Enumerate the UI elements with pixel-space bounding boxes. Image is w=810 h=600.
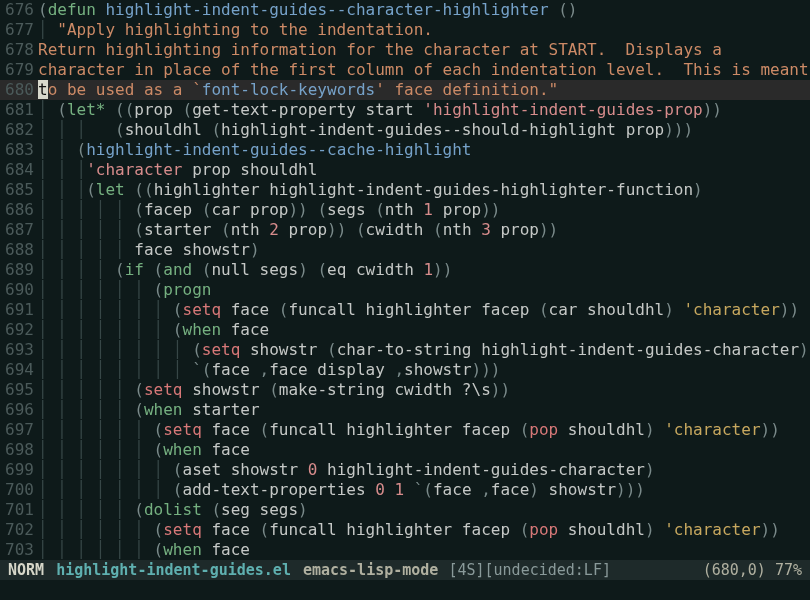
mode-buffer-name[interactable]: highlight-indent-guides.el: [56, 560, 291, 580]
token-indent: │ │ │ │ │ │: [38, 420, 154, 439]
line-content[interactable]: to be used as a `font-lock-keywords' fac…: [38, 80, 810, 100]
line-content[interactable]: │ │ │ │ │ (facep (car prop)) (segs (nth …: [38, 200, 810, 220]
token-p: (: [221, 220, 231, 239]
code-line[interactable]: 677│ "Apply highlighting to the indentat…: [0, 20, 810, 40]
line-content[interactable]: │ │ │ │ │ (when starter: [38, 400, 810, 420]
line-content[interactable]: │ │ │ │ │ │ │ (aset showstr 0 highlight-…: [38, 460, 810, 480]
token-kw: when: [144, 400, 183, 419]
code-line[interactable]: 701│ │ │ │ │ (dolist (seg segs): [0, 500, 810, 520]
token-p: ): [250, 240, 260, 259]
code-line[interactable]: 703│ │ │ │ │ │ (when face: [0, 540, 810, 560]
token-var: prop: [491, 220, 539, 239]
line-content[interactable]: │ │ │ │ │ │ │ │ `(face ,face display ,sh…: [38, 360, 810, 380]
line-content[interactable]: Return highlighting information for the …: [38, 40, 810, 60]
token-var: highlighter highlight-indent-guides-high…: [154, 180, 693, 199]
code-line[interactable]: 688│ │ │ │ │ face showstr): [0, 240, 810, 260]
token-kw: and: [163, 260, 192, 279]
token-num: 2: [269, 220, 279, 239]
code-line[interactable]: 700│ │ │ │ │ │ │ (add-text-properties 0 …: [0, 480, 810, 500]
line-content[interactable]: │ │ │'character prop shouldhl: [38, 160, 810, 180]
token-p: )): [327, 220, 346, 239]
line-content[interactable]: │ │ │ │ │ │ (when face: [38, 540, 810, 560]
code-area[interactable]: 676(defun highlight-indent-guides--chara…: [0, 0, 810, 560]
line-content[interactable]: │ │ │ │ (if (and (null segs) (eq cwidth …: [38, 260, 810, 280]
token-var: prop shouldhl: [183, 160, 318, 179]
token-var: [125, 180, 135, 199]
line-content[interactable]: character in place of the first column o…: [38, 60, 810, 80]
token-p: ): [664, 300, 674, 319]
code-line[interactable]: 690│ │ │ │ │ │ (progn: [0, 280, 810, 300]
token-var: face: [433, 480, 481, 499]
token-kw: when: [163, 440, 202, 459]
token-var: face: [202, 420, 260, 439]
token-p: (: [327, 340, 337, 359]
line-content[interactable]: │ │ │ │ │ │ (when face: [38, 440, 810, 460]
code-line[interactable]: 697│ │ │ │ │ │ (setq face (funcall highl…: [0, 420, 810, 440]
line-content[interactable]: │ │ │ │ │ (starter (nth 2 prop)) (cwidth…: [38, 220, 810, 240]
code-line[interactable]: 702│ │ │ │ │ │ (setq face (funcall highl…: [0, 520, 810, 540]
code-line[interactable]: 680to be used as a `font-lock-keywords' …: [0, 80, 810, 100]
code-line[interactable]: 678Return highlighting information for t…: [0, 40, 810, 60]
mode-state: NORM: [8, 560, 44, 580]
line-number: 677: [0, 20, 38, 40]
line-content[interactable]: │ │ (highlight-indent-guides--cache-high…: [38, 140, 810, 160]
token-kwred: setq: [183, 300, 222, 319]
token-num: 0: [308, 460, 318, 479]
token-var: aset showstr: [183, 460, 308, 479]
line-content[interactable]: │ │ │ │ │ │ │ (when face: [38, 320, 810, 340]
token-str: "Apply highlighting to the indentation.: [57, 20, 433, 39]
line-content[interactable]: │ │ │ │ │ face showstr): [38, 240, 810, 260]
minibuffer[interactable]: [0, 580, 810, 600]
token-var: eq cwidth: [327, 260, 423, 279]
code-line[interactable]: 685│ │ │(let ((highlighter highlight-ind…: [0, 180, 810, 200]
code-line[interactable]: 698│ │ │ │ │ │ (when face: [0, 440, 810, 460]
token-p: ))): [616, 480, 645, 499]
line-number: 699: [0, 460, 38, 480]
code-line[interactable]: 694│ │ │ │ │ │ │ │ `(face ,face display …: [0, 360, 810, 380]
token-var: [549, 0, 559, 19]
token-indent: │: [38, 20, 57, 39]
line-content[interactable]: │ │ │ │ │ │ │ │ (setq showstr (char-to-s…: [38, 340, 810, 360]
code-line[interactable]: 681│ (let* ((prop (get-text-property sta…: [0, 100, 810, 120]
line-number: 701: [0, 500, 38, 520]
code-line[interactable]: 693│ │ │ │ │ │ │ │ (setq showstr (char-t…: [0, 340, 810, 360]
code-line[interactable]: 692│ │ │ │ │ │ │ (when face: [0, 320, 810, 340]
token-p: (: [134, 380, 144, 399]
token-kw: dolist: [144, 500, 202, 519]
token-p: `(: [192, 360, 211, 379]
code-line[interactable]: 696│ │ │ │ │ (when starter: [0, 400, 810, 420]
token-p: ): [298, 260, 308, 279]
line-content[interactable]: │ (let* ((prop (get-text-property start …: [38, 100, 810, 120]
code-line[interactable]: 687│ │ │ │ │ (starter (nth 2 prop)) (cwi…: [0, 220, 810, 240]
token-p: (: [211, 120, 221, 139]
code-line[interactable]: 683│ │ (highlight-indent-guides--cache-h…: [0, 140, 810, 160]
line-content[interactable]: │ │ │ │ │ │ │ (add-text-properties 0 1 `…: [38, 480, 810, 500]
code-line[interactable]: 699│ │ │ │ │ │ │ (aset showstr 0 highlig…: [0, 460, 810, 480]
token-var: [655, 520, 665, 539]
line-content[interactable]: │ │ │ │ │ (dolist (seg segs): [38, 500, 810, 520]
line-content[interactable]: │ │ │ │ │ (setq showstr (make-string cwi…: [38, 380, 810, 400]
line-content[interactable]: │ │ │ │ │ │ (setq face (funcall highligh…: [38, 520, 810, 540]
line-content[interactable]: │ "Apply highlighting to the indentation…: [38, 20, 810, 40]
line-content[interactable]: (defun highlight-indent-guides--characte…: [38, 0, 810, 20]
token-kw: if: [125, 260, 144, 279]
line-number: 702: [0, 520, 38, 540]
token-var: nth: [443, 220, 482, 239]
line-content[interactable]: │ │ │ (shouldhl (highlight-indent-guides…: [38, 120, 810, 140]
code-line[interactable]: 686│ │ │ │ │ (facep (car prop)) (segs (n…: [0, 200, 810, 220]
mode-major-mode[interactable]: emacs-lisp-mode: [303, 560, 438, 580]
code-line[interactable]: 691│ │ │ │ │ │ │ (setq face (funcall hig…: [0, 300, 810, 320]
token-var: starter: [144, 220, 221, 239]
code-line[interactable]: 679character in place of the first colum…: [0, 60, 810, 80]
editor-window: 676(defun highlight-indent-guides--chara…: [0, 0, 810, 600]
line-content[interactable]: │ │ │ │ │ │ (setq face (funcall highligh…: [38, 420, 810, 440]
line-content[interactable]: │ │ │(let ((highlighter highlight-indent…: [38, 180, 810, 200]
line-content[interactable]: │ │ │ │ │ │ (progn: [38, 280, 810, 300]
code-line[interactable]: 684│ │ │'character prop shouldhl: [0, 160, 810, 180]
code-line[interactable]: 695│ │ │ │ │ (setq showstr (make-string …: [0, 380, 810, 400]
token-kwred: pop: [529, 420, 558, 439]
code-line[interactable]: 682│ │ │ (shouldhl (highlight-indent-gui…: [0, 120, 810, 140]
line-content[interactable]: │ │ │ │ │ │ │ (setq face (funcall highli…: [38, 300, 810, 320]
code-line[interactable]: 689│ │ │ │ (if (and (null segs) (eq cwid…: [0, 260, 810, 280]
code-line[interactable]: 676(defun highlight-indent-guides--chara…: [0, 0, 810, 20]
